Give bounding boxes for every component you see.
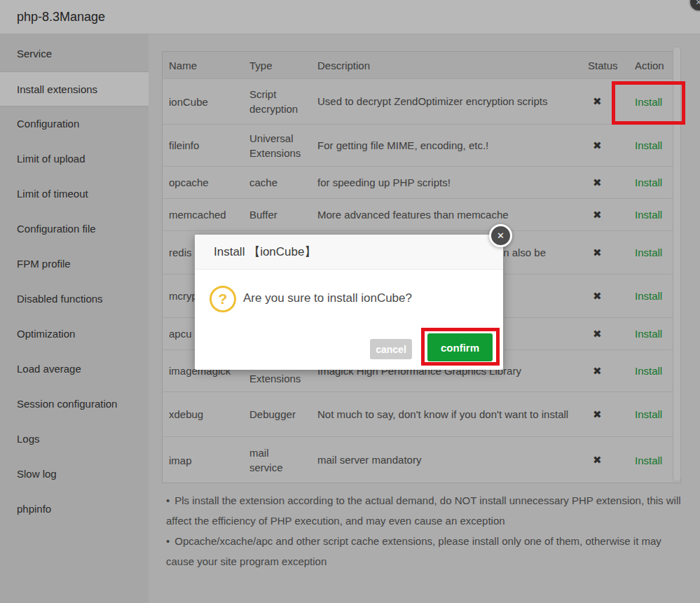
php-manage-window: php-8.3Manage ✕ ServiceInstall extension…	[0, 0, 700, 603]
dialog-body: ? Are you sure to install ionCube?	[195, 270, 503, 329]
dialog-header: Install 【ionCube】	[195, 235, 503, 270]
dialog-title: Install 【ionCube】	[195, 235, 503, 269]
dialog-close-icon[interactable]: ✕	[489, 224, 512, 247]
dialog-message: Are you sure to install ionCube?	[243, 291, 412, 305]
highlight-box-install-link	[612, 81, 685, 125]
question-mark-icon: ?	[210, 286, 236, 312]
highlight-box-confirm-button	[421, 328, 500, 366]
cancel-button[interactable]: cancel	[370, 339, 412, 359]
